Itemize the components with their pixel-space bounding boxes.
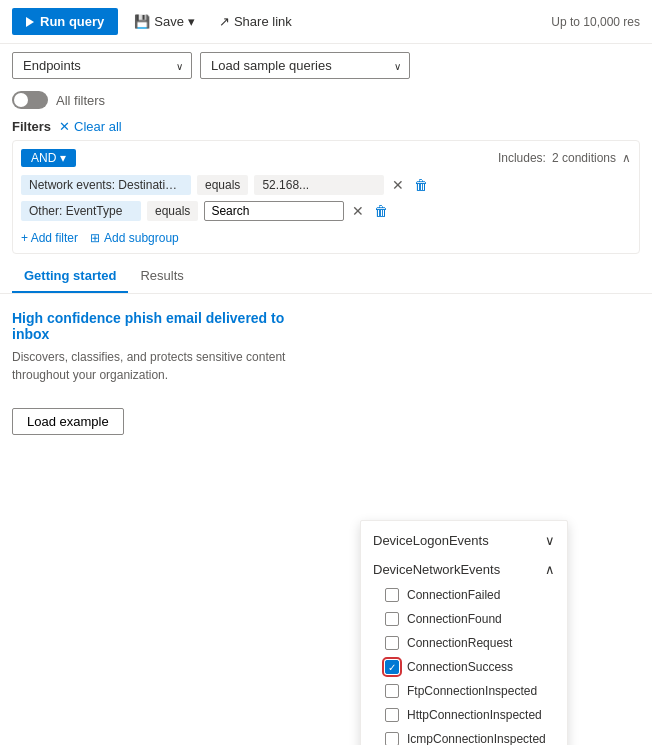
item-http-connection[interactable]: HttpConnectionInspected	[361, 703, 567, 727]
checkbox-connection-success[interactable]	[385, 660, 399, 674]
content-card-title: High confidence phish email delivered to…	[12, 310, 292, 342]
checkbox-connection-request[interactable]	[385, 636, 399, 650]
run-query-button[interactable]: Run query	[12, 8, 118, 35]
all-filters-row: All filters	[0, 87, 652, 113]
filter-group-header: AND ▾ Includes: 2 conditions	[21, 149, 631, 167]
checkbox-ftp-connection[interactable]	[385, 684, 399, 698]
sample-queries-label: Load sample queries	[211, 58, 332, 73]
filter-close-1[interactable]: ✕	[390, 177, 406, 193]
item-label-connection-success: ConnectionSuccess	[407, 660, 513, 674]
checkbox-connection-found[interactable]	[385, 612, 399, 626]
item-label-ftp-connection: FtpConnectionInspected	[407, 684, 537, 698]
filter-close-2[interactable]: ✕	[350, 203, 366, 219]
filter-row-1: Network events: DestinationIPA... equals…	[21, 175, 631, 195]
tab-results[interactable]: Results	[128, 260, 195, 293]
checkbox-icmp-connection[interactable]	[385, 732, 399, 745]
filter-value-input-2[interactable]	[211, 204, 337, 218]
panel-scroll-area[interactable]: DeviceLogonEvents DeviceNetworkEvents Co…	[361, 521, 567, 745]
item-label-connection-failed: ConnectionFailed	[407, 588, 500, 602]
section-device-network-events[interactable]: DeviceNetworkEvents	[361, 554, 567, 583]
sample-queries-dropdown[interactable]: Load sample queries ∨	[200, 52, 410, 79]
item-ftp-connection[interactable]: FtpConnectionInspected	[361, 679, 567, 703]
item-label-icmp-connection: IcmpConnectionInspected	[407, 732, 546, 745]
and-chevron-icon: ▾	[60, 151, 66, 165]
load-example-label: Load example	[27, 414, 109, 429]
item-connection-request[interactable]: ConnectionRequest	[361, 631, 567, 655]
run-query-label: Run query	[40, 14, 104, 29]
clear-all-button[interactable]: ✕ Clear all	[59, 119, 122, 134]
add-subgroup-label: Add subgroup	[104, 231, 179, 245]
section-logon-label: DeviceLogonEvents	[373, 533, 489, 548]
tab-getting-started[interactable]: Getting started	[12, 260, 128, 293]
item-icmp-connection[interactable]: IcmpConnectionInspected	[361, 727, 567, 745]
add-filter-button[interactable]: + Add filter	[21, 231, 78, 245]
save-button[interactable]: 💾 Save ▾	[126, 8, 203, 35]
toggle-knob	[14, 93, 28, 107]
item-label-http-connection: HttpConnectionInspected	[407, 708, 542, 722]
filter-delete-1[interactable]: 🗑	[412, 177, 430, 193]
all-filters-toggle[interactable]	[12, 91, 48, 109]
item-label-connection-request: ConnectionRequest	[407, 636, 512, 650]
save-label: Save	[154, 14, 184, 29]
play-icon	[26, 17, 34, 27]
share-icon: ↗	[219, 14, 230, 29]
and-operator-label: AND	[31, 151, 56, 165]
add-filter-label: + Add filter	[21, 231, 78, 245]
section-network-label: DeviceNetworkEvents	[373, 562, 500, 577]
all-filters-label: All filters	[56, 93, 105, 108]
checkbox-connection-failed[interactable]	[385, 588, 399, 602]
filters-bar: Filters ✕ Clear all	[0, 113, 652, 140]
add-subgroup-button[interactable]: ⊞ Add subgroup	[90, 231, 179, 245]
share-label: Share link	[234, 14, 292, 29]
item-label-connection-found: ConnectionFound	[407, 612, 502, 626]
includes-conditions[interactable]: Includes: 2 conditions	[498, 151, 631, 165]
save-icon: 💾	[134, 14, 150, 29]
item-connection-found[interactable]: ConnectionFound	[361, 607, 567, 631]
checkbox-http-connection[interactable]	[385, 708, 399, 722]
add-subgroup-icon: ⊞	[90, 231, 100, 245]
event-type-dropdown-panel: DeviceLogonEvents DeviceNetworkEvents Co…	[360, 520, 568, 745]
filter-row-2: Other: EventType equals ✕ 🗑	[21, 201, 631, 221]
includes-label: Includes:	[498, 151, 546, 165]
filter-operator-1[interactable]: equals	[197, 175, 248, 195]
toolbar: Run query 💾 Save ▾ ↗ Share link Up to 10…	[0, 0, 652, 44]
conditions-chevron-icon	[622, 151, 631, 165]
filter-operator-2[interactable]: equals	[147, 201, 198, 221]
save-chevron-icon: ▾	[188, 14, 195, 29]
filter-value-2[interactable]	[204, 201, 344, 221]
filter-field-1[interactable]: Network events: DestinationIPA...	[21, 175, 191, 195]
filter-delete-2[interactable]: 🗑	[372, 203, 390, 219]
results-info: Up to 10,000 res	[551, 15, 640, 29]
filters-label: Filters	[12, 119, 51, 134]
filter-group: AND ▾ Includes: 2 conditions Network eve…	[12, 140, 640, 254]
endpoints-dropdown[interactable]: Endpoints ∨	[12, 52, 192, 79]
endpoints-label: Endpoints	[23, 58, 81, 73]
item-connection-failed[interactable]: ConnectionFailed	[361, 583, 567, 607]
and-operator-button[interactable]: AND ▾	[21, 149, 76, 167]
section-device-logon-events[interactable]: DeviceLogonEvents	[361, 525, 567, 554]
conditions-count: 2 conditions	[552, 151, 616, 165]
close-icon: ✕	[59, 119, 70, 134]
filter-value-1[interactable]: 52.168...	[254, 175, 384, 195]
load-example-button[interactable]: Load example	[12, 408, 124, 435]
section-logon-chevron-icon	[545, 533, 555, 548]
item-connection-success[interactable]: ConnectionSuccess	[361, 655, 567, 679]
main-tabs: Getting started Results	[0, 260, 652, 294]
section-network-chevron-icon	[545, 562, 555, 577]
dropdowns-row: Endpoints ∨ Load sample queries ∨	[0, 44, 652, 87]
filter-field-2[interactable]: Other: EventType	[21, 201, 141, 221]
sample-queries-chevron-icon: ∨	[394, 60, 401, 71]
clear-all-label: Clear all	[74, 119, 122, 134]
endpoints-chevron-icon: ∨	[176, 60, 183, 71]
content-area: High confidence phish email delivered to…	[0, 294, 652, 451]
share-link-button[interactable]: ↗ Share link	[211, 8, 300, 35]
add-filter-row: + Add filter ⊞ Add subgroup	[21, 227, 631, 245]
content-card-desc: Discovers, classifies, and protects sens…	[12, 348, 292, 384]
